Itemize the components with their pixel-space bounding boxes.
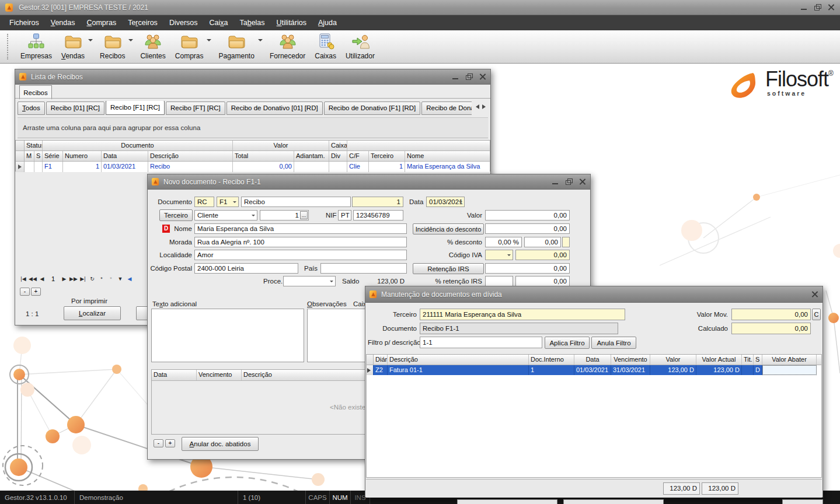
aplica-filtro-button[interactable]: Aplica Filtro	[545, 337, 590, 349]
restore-icon[interactable]	[465, 73, 473, 80]
nav-refresh-button[interactable]: ↻	[88, 275, 97, 284]
close-icon[interactable]	[478, 73, 487, 80]
cell-data[interactable]: 01/03/2021	[574, 365, 611, 375]
retencao-pct-field[interactable]	[485, 276, 513, 286]
menu-terceiros[interactable]: Terceiros	[122, 15, 163, 30]
col-m[interactable]: M	[25, 151, 34, 161]
retencao-pct-val-field[interactable]: 0,00	[515, 276, 570, 286]
minimize-icon[interactable]	[800, 4, 808, 11]
serie-select[interactable]: F1	[217, 197, 239, 207]
toolbar-button-vendas[interactable]: Vendas	[57, 30, 89, 63]
nome-field[interactable]: Maria Esperança da Silva	[194, 223, 407, 234]
nav-bookmark-button[interactable]: *	[97, 275, 106, 284]
col-adiantam[interactable]: Adiantam.	[294, 151, 329, 161]
cell-terceiro[interactable]: 1	[369, 162, 405, 172]
toolbar-button-recibos[interactable]: Recibos	[95, 30, 130, 63]
col-s[interactable]: S	[34, 151, 43, 161]
filtro-field[interactable]: 1-1	[420, 337, 542, 348]
anular-doc-abatidos-button[interactable]: Anular doc. abatidos	[182, 437, 259, 451]
col-vencimento[interactable]: Vencimento	[197, 370, 242, 380]
col-terceiro[interactable]: Terceiro	[369, 151, 405, 161]
dropdown-arrow-icon[interactable]	[258, 39, 263, 44]
col-s[interactable]: S	[754, 355, 762, 365]
group-header-valor[interactable]: Valor	[233, 141, 329, 150]
cell-s[interactable]: D	[754, 365, 762, 375]
subtab-donativo-01[interactable]: Recibo de Donativo [01] [RD]	[226, 102, 323, 115]
cell-total[interactable]: 0,00	[233, 162, 294, 172]
group-header-status[interactable]: Status	[25, 141, 43, 150]
subtab-donativo-f1[interactable]: Recibo de Donativo [F1] [RD]	[324, 102, 421, 115]
lista-titlebar[interactable]: Lista de Recibos	[15, 69, 490, 85]
cell-serie[interactable]: F1	[43, 162, 63, 172]
col-numero[interactable]: Numero	[63, 151, 102, 161]
col-doc-interno[interactable]: Doc.Interno	[529, 355, 574, 365]
nav-first-button[interactable]: |◀	[19, 275, 28, 284]
expand-button[interactable]: +	[165, 439, 175, 447]
iva-val-field[interactable]: 0,00	[515, 250, 570, 260]
col-cf[interactable]: C/F	[347, 151, 369, 161]
tipo-terceiro-select[interactable]: Cliente	[194, 210, 257, 220]
col-valor-actual[interactable]: Valor Actual	[696, 355, 742, 365]
dropdown-arrow-icon[interactable]	[207, 39, 211, 44]
data-select[interactable]: 01/03/2021	[426, 197, 465, 207]
nav-goto-bookmark-button[interactable]: *	[106, 275, 116, 284]
dropdown-arrow-icon[interactable]	[252, 215, 255, 218]
terceiro-button[interactable]: Terceiro	[159, 209, 193, 221]
collapse-button[interactable]: -	[20, 288, 30, 296]
subtab-recibo-01[interactable]: Recibo [01] [RC]	[46, 102, 104, 115]
col-nome[interactable]: Nome	[405, 151, 491, 161]
group-header-documento[interactable]: Documento	[43, 141, 233, 150]
app-titlebar[interactable]: Gestor.32 [001] EMPRESA TESTE / 2021	[0, 0, 840, 15]
close-icon[interactable]	[827, 4, 835, 11]
desconto-flag-field[interactable]	[562, 237, 570, 247]
subtab-todos[interactable]: Todos	[18, 102, 45, 115]
divida-row[interactable]: Z2 Fatura 01-1 1 01/03/2021 31/03/2021 1…	[367, 365, 821, 375]
dropdown-arrow-icon[interactable]	[128, 39, 133, 44]
col-valor-abater[interactable]: Valor Abater	[762, 355, 817, 365]
valor-field[interactable]: 0,00	[485, 210, 570, 220]
nav-prior-button[interactable]: ◀	[37, 275, 47, 284]
col-data[interactable]: Data	[574, 355, 611, 365]
menu-caixa[interactable]: Caixa	[204, 15, 234, 30]
descricao-doc-field[interactable]: Recibo	[241, 197, 351, 207]
toolbar-button-utilizador[interactable]: Utilizador	[341, 30, 379, 63]
col-data[interactable]: Data	[152, 370, 197, 380]
nav-prior-page-button[interactable]: ◀◀	[28, 275, 37, 284]
menu-compras[interactable]: Compras	[81, 15, 122, 30]
col-total[interactable]: Total	[233, 151, 294, 161]
texto-adicional-textarea[interactable]	[151, 309, 304, 362]
iva-select[interactable]	[485, 250, 513, 260]
toolbar-button-clientes[interactable]: Clientes	[135, 30, 170, 63]
tab-scroll-right-icon[interactable]	[480, 101, 489, 113]
dropdown-arrow-icon[interactable]	[330, 281, 333, 284]
toolbar-button-caixas[interactable]: Caixas	[310, 30, 341, 63]
manutencao-titlebar[interactable]: Manutenção de documentos em dívida	[365, 286, 822, 303]
group-by-bar[interactable]: Arraste uma coluna para aqui para agrupa…	[18, 117, 488, 138]
toolbar-grip[interactable]	[7, 34, 11, 60]
proce-select[interactable]	[283, 276, 336, 286]
group-header-caixa[interactable]: Caixa	[329, 141, 347, 150]
minimize-icon[interactable]	[551, 178, 560, 186]
menu-ficheiros[interactable]: Ficheiros	[4, 15, 45, 30]
dropdown-arrow-icon[interactable]	[233, 201, 236, 205]
dropdown-arrow-icon[interactable]	[507, 254, 511, 258]
cell-cf[interactable]: Clie	[347, 162, 369, 172]
pais-field[interactable]	[320, 263, 407, 274]
subtab-donativo-ft[interactable]: Recibo de Donativo [FT] [R	[421, 102, 472, 115]
subtab-recibo-ft[interactable]: Recibo [FT] [RC]	[166, 102, 225, 115]
offscreen-button[interactable]	[782, 499, 823, 504]
dropdown-arrow-icon[interactable]	[88, 39, 93, 44]
minimize-icon[interactable]	[451, 73, 460, 80]
cell-valor[interactable]: 123,00 D	[650, 365, 696, 375]
calculado-field[interactable]: 0,00	[731, 323, 811, 334]
desconto-pct-field[interactable]: 0,00 %	[485, 237, 522, 247]
toolbar-button-fornecedor[interactable]: Fornecedor	[265, 30, 310, 63]
cell-tit[interactable]	[742, 365, 754, 375]
subtab-recibo-f1[interactable]: Recibo [F1] [RC]	[106, 101, 165, 115]
offscreen-button[interactable]	[563, 499, 664, 504]
toolbar-button-empresas[interactable]: Empresas	[16, 30, 57, 63]
toolbar-button-pagamento[interactable]: Pagamento	[214, 30, 259, 63]
offscreen-button[interactable]	[457, 499, 557, 504]
restore-icon[interactable]	[564, 178, 573, 186]
retencao-irs-button[interactable]: Retenção IRS	[413, 263, 484, 274]
